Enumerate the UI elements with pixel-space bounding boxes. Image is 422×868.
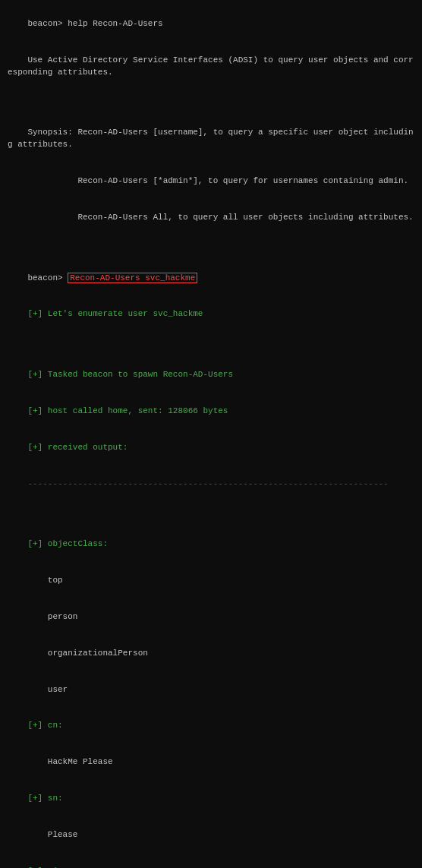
cn-label: [+] cn: xyxy=(27,721,62,730)
cn-value: HackMe Please xyxy=(27,757,112,766)
sn-label: [+] sn: xyxy=(27,794,62,803)
command-highlight: Recon-AD-Users svc_hackme xyxy=(68,273,197,283)
terminal-window: beacon> help Recon-AD-Users Use Active D… xyxy=(8,6,414,868)
prompt-command: beacon> Recon-AD-Users svc_hackme xyxy=(27,273,197,283)
help-synopsis-2: Recon-AD-Users [*admin*], to query for u… xyxy=(27,176,408,185)
terminal-content: beacon> help Recon-AD-Users Use Active D… xyxy=(8,6,414,868)
help-synopsis-label: Synopsis: Recon-AD-Users [username], to … xyxy=(8,128,414,149)
sn-value: Please xyxy=(27,830,77,839)
objectclass-user: user xyxy=(27,685,68,694)
host-line: [+] host called home, sent: 128066 bytes xyxy=(27,406,228,415)
prompt-help: beacon> help Recon-AD-Users xyxy=(27,19,162,28)
objectclass-top: top xyxy=(27,576,62,585)
help-line1: Use Active Directory Service Interfaces … xyxy=(8,55,414,77)
received-line: [+] received output: xyxy=(27,443,128,452)
objectclass-label: [+] objectClass: xyxy=(27,539,108,548)
separator: ----------------------------------------… xyxy=(27,479,388,488)
enum-line: [+] Let's enumerate user svc_hackme xyxy=(27,309,203,318)
tasked-line: [+] Tasked beacon to spawn Recon-AD-User… xyxy=(27,370,233,379)
objectclass-person: person xyxy=(27,612,77,621)
objectclass-orgperson: organizationalPerson xyxy=(27,649,147,658)
help-synopsis-3: Recon-AD-Users All, to query all user ob… xyxy=(27,213,413,222)
